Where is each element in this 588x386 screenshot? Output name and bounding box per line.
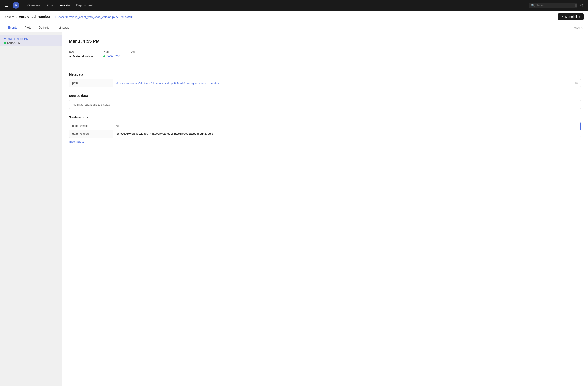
system-tags-section: System tags code_version v1 data_version… [69,115,581,143]
metadata-path-row: path /Users/smackesey/stm/code/elementl/… [69,79,581,87]
location-label[interactable]: default [125,15,133,19]
run-dot [103,55,105,57]
sidebar-event-date: ✦ Mar 1, 4:55 PM [3,37,58,41]
tab-plots[interactable]: Plots [21,23,35,32]
metadata-path-value: /Users/smackesey/stm/code/elementl/oss/t… [113,79,581,87]
tab-lineage[interactable]: Lineage [55,23,73,32]
tag-row-code-version: code_version v1 [69,122,581,130]
main-content: ✦ Mar 1, 4:55 PM 6e0ad706 Mar 1, 4:55 PM… [0,32,588,386]
event-value: ✦ Materialization [69,55,93,58]
tab-definition[interactable]: Definition [35,23,55,32]
hide-tags-link[interactable]: Hide tags ▲ [69,140,84,143]
tag-key-data-version: data_version [69,130,113,138]
left-sidebar: ✦ Mar 1, 4:55 PM 6e0ad706 [0,32,62,386]
breadcrumb-parent[interactable]: Assets [4,15,14,19]
source-data-title: Source data [69,94,581,97]
event-col: Event ✦ Materialization [69,50,93,58]
breadcrumb: Assets › versioned_number ⊞ Asset in van… [4,15,133,19]
metadata-title: Metadata [69,72,581,76]
event-sparkle-icon: ✦ [69,55,72,58]
tab-events[interactable]: Events [4,23,21,32]
timer-refresh-icon[interactable]: ↻ [581,26,584,29]
hamburger-menu[interactable]: ☰ [3,2,9,9]
tabs: Events Plots Definition Lineage [4,23,73,32]
nav-links: Overview Runs Assets Deployment [25,2,527,8]
search-shortcut: / [574,4,577,7]
source-data-empty: No materializations to display. [69,100,581,109]
settings-icon[interactable]: ⚙ [579,2,585,9]
nav-right: 🔍 / ⚙ [529,2,585,9]
tabs-bar: Events Plots Definition Lineage 0:05 ↻ [0,23,588,32]
asset-file-link[interactable]: ⊞ Asset in vanilla_asset_with_code_versi… [55,15,118,19]
tags-table: code_version v1 data_version 3bfc269594e… [69,122,581,138]
event-info-row: Event ✦ Materialization Run 6e0ad706 Job… [69,50,581,65]
metadata-path-key: path [69,79,113,87]
asset-location-link[interactable]: ▦ default [121,15,133,19]
event-label: Event [69,50,93,53]
tag-value-code-version: v1 [113,122,581,130]
location-grid-icon: ▦ [121,15,124,19]
search-icon: 🔍 [531,4,535,7]
job-col: Job — [131,50,136,58]
tag-key-code-version: code_version [69,122,113,130]
metadata-path-link[interactable]: /Users/smackesey/stm/code/elementl/oss/t… [116,82,219,85]
refresh-icon[interactable]: ↻ [116,15,118,19]
nav-deployment[interactable]: Deployment [74,2,95,8]
top-navigation: ☰ Overview Runs Assets Deployment 🔍 / ⚙ [0,0,588,11]
timer-value: 0:05 [574,26,580,29]
source-data-section: Source data No materializations to displ… [69,94,581,109]
copy-icon[interactable]: ⧉ [575,81,578,85]
right-content: Mar 1, 4:55 PM Event ✦ Materialization R… [62,32,588,386]
run-value: 6e0ad706 [103,55,120,58]
tag-row-data-version: data_version 3bfc269594ef649228e9a74bab0… [69,130,581,138]
breadcrumb-current: versioned_number [19,15,51,19]
nav-assets[interactable]: Assets [57,2,73,8]
event-title: Mar 1, 4:55 PM [69,39,581,44]
job-label: Job [131,50,136,53]
sparkle-icon: ✦ [3,37,6,41]
system-tags-title: System tags [69,115,581,119]
tag-value-data-version: 3bfc269594ef649228e9a74bab00f042efc91d5a… [113,130,581,138]
svg-point-1 [15,4,17,6]
search-box[interactable]: 🔍 / [529,3,577,8]
search-input[interactable] [536,4,573,7]
breadcrumb-meta: ⊞ Asset in vanilla_asset_with_code_versi… [55,15,133,19]
metadata-table: path /Users/smackesey/stm/code/elementl/… [69,79,581,87]
page-header: Assets › versioned_number ⊞ Asset in van… [0,11,588,23]
sidebar-event-run: 6e0ad706 [3,41,58,45]
run-id-link[interactable]: 6e0ad706 [106,55,120,58]
run-label: Run [103,50,120,53]
event-value-text: Materialization [73,55,93,58]
sidebar-event-item[interactable]: ✦ Mar 1, 4:55 PM 6e0ad706 [0,35,62,46]
app-logo [12,2,20,9]
metadata-section: Metadata path /Users/smackesey/stm/code/… [69,72,581,87]
job-value: — [131,55,136,58]
table-icon: ⊞ [55,15,57,19]
materialize-button[interactable]: ✦ Materialize [558,13,584,20]
asset-file-label[interactable]: Asset in vanilla_asset_with_code_version… [58,15,115,19]
nav-runs[interactable]: Runs [44,2,56,8]
sidebar-date-text[interactable]: Mar 1, 4:55 PM [7,37,29,41]
run-status-dot [4,42,6,44]
breadcrumb-separator: › [16,15,17,19]
sidebar-run-id[interactable]: 6e0ad706 [7,41,20,45]
nav-overview[interactable]: Overview [25,2,43,8]
tab-timer: 0:05 ↻ [574,26,584,29]
run-col: Run 6e0ad706 [103,50,120,58]
